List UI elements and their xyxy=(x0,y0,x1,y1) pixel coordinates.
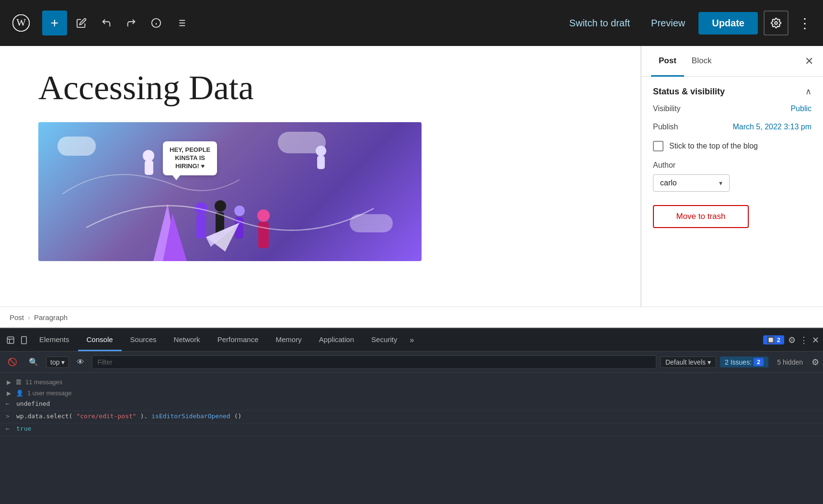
devtools-tab-elements[interactable]: Elements xyxy=(31,329,78,351)
visibility-label: Visibility xyxy=(653,104,681,113)
publish-label: Publish xyxy=(653,123,678,131)
console-line-3: ← true xyxy=(0,424,823,436)
svg-rect-21 xyxy=(235,217,243,239)
illus-cloud1 xyxy=(57,137,96,156)
svg-rect-13 xyxy=(145,160,153,175)
console-method: isEditorSidebarOpened xyxy=(151,412,230,420)
devtools-top-select[interactable]: top ▾ xyxy=(46,356,69,368)
devtools-tab-security[interactable]: Security xyxy=(363,329,406,351)
person-icon: 👤 xyxy=(16,389,23,397)
author-name: carlo xyxy=(660,179,677,187)
top-arrow-icon: ▾ xyxy=(61,358,65,366)
author-select-arrow-icon: ▾ xyxy=(719,179,722,187)
devtools-more-icon[interactable]: ⋮ xyxy=(800,335,808,345)
user-message-expand-icon[interactable]: ▶ xyxy=(6,390,12,397)
default-levels-arrow-icon: ▾ xyxy=(708,358,711,366)
console-messages-row[interactable]: ▶ ☰ 11 messages xyxy=(0,377,823,388)
stick-to-top-checkbox[interactable] xyxy=(653,141,663,151)
devtools-tab-network[interactable]: Network xyxy=(165,329,209,351)
illus-spike2 xyxy=(163,213,187,261)
svg-marker-24 xyxy=(206,223,240,252)
console-code-suffix: ). xyxy=(140,412,148,420)
sidebar-content: Status & visibility ∧ Visibility Public … xyxy=(641,77,823,307)
svg-rect-26 xyxy=(7,337,14,344)
devtools-filter-input[interactable] xyxy=(92,355,656,369)
illus-cloud3 xyxy=(350,214,393,232)
section-toggle-button[interactable]: ∧ xyxy=(805,86,812,97)
stick-to-top-row: Stick to the top of the blog xyxy=(653,141,812,151)
svg-point-20 xyxy=(234,206,245,216)
list-view-button[interactable] xyxy=(171,12,192,34)
devtools-close-icon[interactable]: ✕ xyxy=(812,335,819,345)
svg-point-12 xyxy=(143,150,154,161)
post-title[interactable]: Accessing Data xyxy=(38,69,602,107)
sidebar-close-button[interactable]: ✕ xyxy=(805,55,813,68)
console-line-1: ← undefined xyxy=(0,399,823,411)
devtools-default-levels[interactable]: Default levels ▾ xyxy=(660,356,716,368)
featured-image[interactable]: HEY, PEOPLEKINSTA ISHIRING! ♥ xyxy=(38,122,422,261)
devtools-eye-button[interactable]: 👁 xyxy=(73,356,88,368)
update-button[interactable]: Update xyxy=(698,12,758,34)
console-string-1: "core/edit-post" xyxy=(76,412,136,420)
add-block-button[interactable]: + xyxy=(42,11,67,35)
issues-badge[interactable]: 🔲 2 xyxy=(763,335,784,344)
console-prompt-1: ← xyxy=(6,400,12,407)
preview-button[interactable]: Preview xyxy=(643,14,693,33)
console-undefined: undefined xyxy=(16,400,50,407)
undo-button[interactable] xyxy=(96,12,117,34)
devtools-console-toolbar: 🚫 🔍 top ▾ 👁 Default levels ▾ 2 Issues: 2… xyxy=(0,352,823,373)
breadcrumb-separator: › xyxy=(28,313,30,321)
info-button[interactable] xyxy=(146,12,167,34)
messages-count: 11 messages xyxy=(25,378,62,386)
user-message-row[interactable]: ▶ 👤 1 user message xyxy=(0,388,823,399)
editor-area: Accessing Data HEY, PEOPLEKINSTA ISHIRIN… xyxy=(0,46,641,307)
devtools-tab-console[interactable]: Console xyxy=(78,329,122,351)
devtools-tab-performance[interactable]: Performance xyxy=(209,329,267,351)
tab-block[interactable]: Block xyxy=(684,46,720,77)
edit-icon-button[interactable] xyxy=(71,12,92,34)
visibility-value[interactable]: Public xyxy=(790,104,812,113)
svg-rect-17 xyxy=(196,215,206,239)
svg-rect-19 xyxy=(216,212,224,236)
redo-button[interactable] xyxy=(121,12,142,34)
devtools-tab-application[interactable]: Application xyxy=(310,329,363,351)
breadcrumb-post[interactable]: Post xyxy=(10,313,24,321)
devtools-console-settings-icon[interactable]: ⚙ xyxy=(812,357,819,367)
issues-icon: 🔲 xyxy=(767,336,775,344)
tab-post[interactable]: Post xyxy=(651,46,684,77)
svg-point-18 xyxy=(215,200,226,212)
console-prompt-3: ← xyxy=(6,425,12,432)
devtools-clear-button[interactable]: 🚫 xyxy=(4,355,21,368)
issues-count: 2 xyxy=(777,336,780,344)
publish-row: Publish March 5, 2022 3:13 pm xyxy=(653,123,812,131)
settings-button[interactable] xyxy=(764,11,789,35)
devtools-tab-memory[interactable]: Memory xyxy=(267,329,310,351)
svg-rect-15 xyxy=(317,156,325,169)
top-label: top xyxy=(50,358,59,366)
devtools-settings-icon[interactable]: ⚙ xyxy=(788,335,796,345)
svg-point-22 xyxy=(257,209,270,222)
switch-to-draft-button[interactable]: Switch to draft xyxy=(561,14,638,33)
console-line-2[interactable]: > wp.data.select("core/edit-post").isEdi… xyxy=(0,411,823,424)
breadcrumb-bar: Post › Paragraph xyxy=(0,307,823,328)
svg-point-16 xyxy=(195,202,207,215)
move-to-trash-button[interactable]: Move to trash xyxy=(653,205,749,228)
svg-text:W: W xyxy=(16,17,26,28)
section-header: Status & visibility ∧ xyxy=(653,86,812,97)
devtools-tabs-more-button[interactable]: » xyxy=(406,336,418,344)
breadcrumb-paragraph[interactable]: Paragraph xyxy=(34,313,68,321)
svg-rect-23 xyxy=(258,222,269,248)
devtools-device-icon[interactable] xyxy=(17,333,31,347)
devtools-filter-icon[interactable]: 🔍 xyxy=(25,355,42,368)
messages-expand-icon[interactable]: ▶ xyxy=(6,379,12,386)
author-select[interactable]: carlo ▾ xyxy=(653,174,730,192)
more-options-button[interactable]: ⋮ xyxy=(794,13,815,33)
wp-logo[interactable]: W xyxy=(8,10,34,36)
devtools-tab-sources[interactable]: Sources xyxy=(122,329,165,351)
speech-bubble: HEY, PEOPLEKINSTA ISHIRING! ♥ xyxy=(163,141,217,175)
publish-value[interactable]: March 5, 2022 3:13 pm xyxy=(732,123,812,131)
devtools-element-selector-icon[interactable] xyxy=(4,333,17,347)
devtools-issues-badge[interactable]: 2 Issues: 2 xyxy=(720,356,768,367)
issues-text: 2 Issues: xyxy=(725,358,752,366)
console-true-value: true xyxy=(16,425,31,432)
